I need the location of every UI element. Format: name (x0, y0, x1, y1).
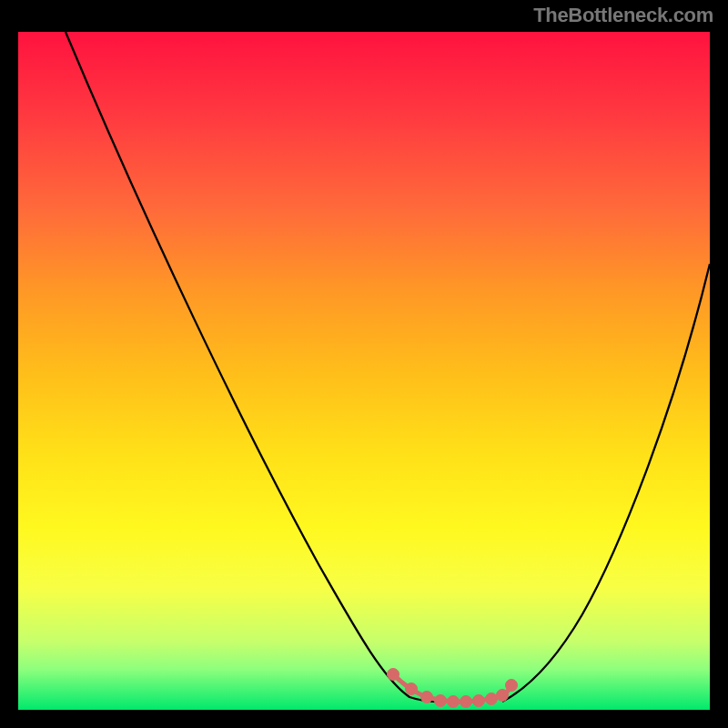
curves-svg (18, 32, 710, 710)
chart-stage: TheBottleneck.com (0, 0, 728, 728)
right-curve (502, 264, 710, 702)
attribution-text: TheBottleneck.com (533, 4, 713, 27)
left-curve (66, 32, 437, 702)
plot-area (18, 32, 710, 710)
